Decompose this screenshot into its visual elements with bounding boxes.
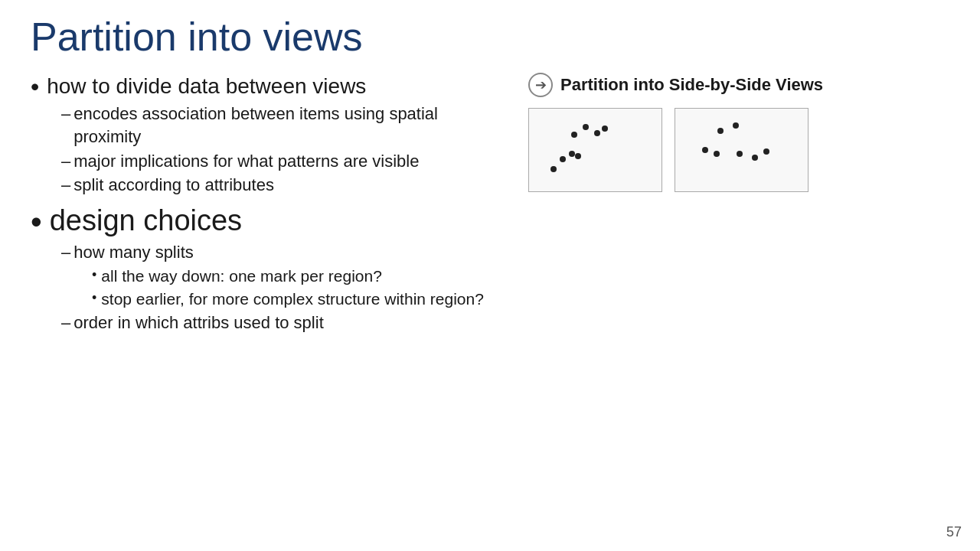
bullet-1-sub-2: – major implications for what patterns a… — [61, 150, 490, 173]
page-number: 57 — [946, 524, 962, 540]
dot-mark — [560, 156, 566, 162]
scatter-plot-1 — [528, 108, 662, 192]
bullet-1-sub-2-text: major implications for what patterns are… — [74, 150, 419, 173]
dot-mark — [594, 130, 600, 136]
bullet-2-sub-2: – order in which attribs used to split — [61, 311, 490, 334]
bullet-1-sub-3: – split according to attributes — [61, 174, 490, 197]
scatter-plot-2 — [675, 108, 808, 192]
content-area: • how to divide data between views – enc… — [31, 73, 949, 336]
panel-header: ➔ Partition into Side-by-Side Views — [528, 73, 823, 97]
dot-mark — [714, 151, 720, 157]
dot-mark — [737, 151, 743, 157]
dash-1: – — [61, 103, 70, 126]
dot-mark — [717, 128, 724, 134]
bullet-2-sub-1: – how many splits — [61, 241, 490, 264]
dot-mark — [569, 151, 575, 157]
panel-title: Partition into Side-by-Side Views — [560, 75, 823, 95]
bullet-2-sub-2-text: order in which attribs used to split — [74, 311, 324, 334]
dot-mark — [575, 153, 581, 159]
scatter-plots-container — [528, 108, 808, 192]
bullet-2-sub-1-text: how many splits — [74, 241, 194, 264]
dot-mark — [602, 126, 608, 132]
bullet-3-sub-1: • all the way down: one mark per region? — [92, 266, 490, 287]
dot-mark — [571, 132, 577, 138]
right-column: ➔ Partition into Side-by-Side Views — [505, 73, 949, 192]
bullet-1-dot: • — [31, 74, 39, 99]
dash-5: – — [61, 311, 70, 334]
dot-mark — [763, 148, 769, 155]
bullet-3-sub-1-text: all the way down: one mark per region? — [101, 266, 382, 287]
dot-mark — [752, 155, 758, 161]
panel-arrow-icon: ➔ — [528, 73, 553, 97]
l3-dot-2: • — [92, 289, 96, 307]
l3-dot-1: • — [92, 266, 96, 284]
dash-3: – — [61, 174, 70, 197]
bullet-3-sub-2-text: stop earlier, for more complex structure… — [101, 289, 484, 310]
dot-mark — [702, 147, 708, 153]
dash-4: – — [61, 241, 70, 264]
dash-2: – — [61, 150, 70, 173]
bullet-1-sub-1-text: encodes association between items using … — [74, 103, 490, 148]
bullet-1-sub-3-text: split according to attributes — [74, 174, 274, 197]
slide-title: Partition into views — [31, 15, 949, 59]
bullet-1-text: how to divide data between views — [47, 73, 366, 99]
dot-mark — [550, 166, 557, 172]
left-column: • how to divide data between views – enc… — [31, 73, 505, 336]
bullet-2-dot: • — [31, 206, 42, 238]
bullet-2: • design choices — [31, 204, 490, 238]
slide: Partition into views • how to divide dat… — [0, 0, 980, 551]
bullet-1-sub-1: – encodes association between items usin… — [61, 103, 490, 148]
bullet-2-text: design choices — [50, 204, 242, 238]
dot-mark — [583, 124, 589, 130]
bullet-1: • how to divide data between views — [31, 73, 490, 99]
dot-mark — [733, 122, 739, 129]
bullet-3-sub-2: • stop earlier, for more complex structu… — [92, 289, 490, 310]
